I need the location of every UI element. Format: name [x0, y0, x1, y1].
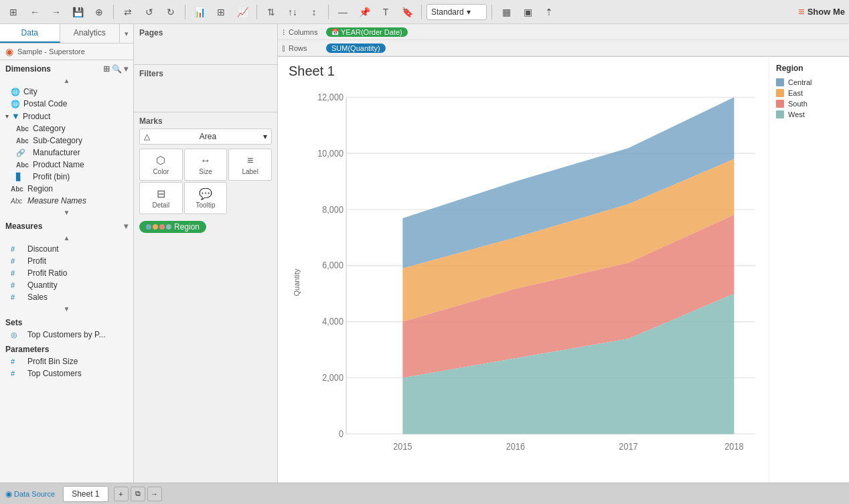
rows-icon: ⫿ [282, 44, 286, 53]
region-pill[interactable]: Region [139, 221, 206, 233]
home-icon[interactable]: ⊞ [4, 3, 23, 21]
sidebar-item-category[interactable]: Abc Category [0, 122, 133, 135]
rows-label: ⫿ Rows [282, 44, 322, 53]
sort2-icon[interactable]: ↕ [305, 3, 323, 21]
region-label: Region [27, 184, 53, 193]
undo-icon[interactable]: ↺ [140, 3, 159, 21]
layout-icon[interactable]: ▣ [518, 3, 537, 21]
columns-pill[interactable]: 📅 YEAR(Order Date) [326, 27, 408, 37]
hash2-icon: # [11, 257, 24, 265]
dot3 [159, 224, 165, 230]
sidebar-item-topcustomers-param[interactable]: # Top Customers [0, 367, 133, 380]
detail-button[interactable]: ⊟ Detail [139, 182, 183, 214]
rows-pill-label: SUM(Quantity) [331, 44, 380, 52]
y-axis-label: Quantity [293, 268, 301, 296]
measures-scroll-up[interactable]: ▲ [0, 232, 133, 243]
sidebar-item-region[interactable]: Abc Region [0, 183, 133, 195]
scroll-down-btn[interactable]: ▼ [0, 207, 133, 218]
sidebar-item-quantity[interactable]: # Quantity [0, 279, 133, 291]
sort1-icon[interactable]: ↑↓ [283, 3, 302, 21]
label-button[interactable]: ≡ Label [228, 149, 272, 181]
swap2-icon[interactable]: ⇅ [262, 3, 281, 21]
size-label: Size [199, 168, 212, 175]
marks-label: Marks [139, 116, 272, 126]
svg-text:8,000: 8,000 [322, 204, 343, 215]
sidebar-item-postalcode[interactable]: 🌐 Postal Code [0, 98, 133, 110]
collapse-icon[interactable]: ▾ [124, 64, 128, 74]
abc4-icon: Abc [11, 185, 24, 193]
forward-icon[interactable]: → [47, 3, 66, 21]
show-me-button[interactable]: ≡ Show Me [798, 6, 845, 18]
category-label: Category [33, 124, 66, 133]
sidebar-item-profitbin[interactable]: ▊ Profit (bin) [0, 171, 133, 183]
data-source-item[interactable]: ◉ Sample - Superstore [0, 44, 133, 60]
product-group-header[interactable]: ▾ ▼ Product [0, 110, 133, 122]
sidebar-item-topcustomers[interactable]: ◎ Top Customers by P... [0, 329, 133, 341]
sidebar-tab-menu[interactable]: ▾ [120, 24, 133, 43]
toolbar: ⊞ ← → 💾 ⊕ ⇄ ↺ ↻ 📊 ⊞ 📈 ⇅ ↑↓ ↕ — 📌 T 🔖 Sta… [0, 0, 849, 24]
share-icon[interactable]: ⇡ [540, 3, 558, 21]
chart-body: Sheet 1 Quantity 12,00 [278, 57, 769, 483]
sep1 [113, 5, 114, 19]
add-datasource-icon[interactable]: ⊕ [90, 3, 108, 21]
sidebar-item-profitratio[interactable]: # Profit Ratio [0, 267, 133, 279]
param-hash-icon: # [11, 357, 24, 365]
redo-icon[interactable]: ↻ [161, 3, 180, 21]
svg-text:12,000: 12,000 [318, 92, 343, 102]
chart-icon[interactable]: 📊 [190, 3, 209, 21]
legend-label-west: West [788, 110, 805, 118]
tab-data[interactable]: Data [0, 24, 60, 43]
back-icon[interactable]: ← [25, 3, 44, 21]
calendar-icon: 📅 [331, 29, 339, 35]
size-button[interactable]: ↔ Size [184, 149, 228, 181]
pin-icon[interactable]: 📌 [355, 3, 374, 21]
hash5-icon: # [11, 293, 24, 301]
left-sidebar: Data Analytics ▾ ◉ Sample - Superstore D… [0, 24, 134, 483]
sidebar-item-measurenames[interactable]: Abc Measure Names [0, 195, 133, 207]
columns-icon: ⫶ [282, 27, 286, 37]
rows-pill[interactable]: SUM(Quantity) [326, 44, 386, 53]
tab-analytics[interactable]: Analytics [60, 24, 121, 43]
pages-drop-zone[interactable] [139, 40, 272, 60]
region-dots [146, 224, 171, 230]
tooltip-icon: 💬 [199, 187, 212, 200]
save-icon[interactable]: 💾 [68, 3, 87, 21]
color-button[interactable]: ⬡ Color [139, 149, 183, 181]
scroll-up-btn[interactable]: ▲ [0, 75, 133, 86]
sidebar-item-profitbinsize[interactable]: # Profit Bin Size [0, 355, 133, 367]
measures-collapse-icon[interactable]: ▾ [124, 222, 128, 231]
measures-scroll-down[interactable]: ▼ [0, 303, 133, 314]
annotation-icon[interactable]: 🔖 [398, 3, 416, 21]
swap-icon[interactable]: ⇄ [119, 3, 137, 21]
sidebar-item-discount[interactable]: # Discount [0, 243, 133, 255]
sidebar-item-subcategory[interactable]: Abc Sub-Category [0, 135, 133, 147]
chart-svg: 12,000 10,000 8,000 6,000 4,000 2,000 0 … [318, 82, 755, 456]
chart-main: Sheet 1 Quantity 12,00 [278, 57, 849, 483]
grid-view-icon[interactable]: ⊞ [103, 64, 110, 74]
line-icon[interactable]: — [333, 3, 352, 21]
sidebar-item-city[interactable]: 🌐 City [0, 86, 133, 98]
table-icon[interactable]: ⊞ [212, 3, 230, 21]
sidebar-item-manufacturer[interactable]: 🔗 Manufacturer [0, 147, 133, 159]
label-icon: ≡ [247, 155, 253, 167]
text-icon[interactable]: T [376, 3, 395, 21]
sidebar-item-profit[interactable]: # Profit [0, 255, 133, 267]
sidebar-item-sales[interactable]: # Sales [0, 291, 133, 303]
legend-color-east [776, 89, 784, 97]
size-icon: ↔ [200, 155, 211, 167]
sidebar-tabs: Data Analytics ▾ [0, 24, 133, 44]
pages-label: Pages [139, 28, 272, 37]
search-icon[interactable]: 🔍 [112, 64, 122, 74]
chart-title: Sheet 1 [289, 64, 758, 79]
marks-type-dropdown[interactable]: △ Area ▾ [139, 129, 272, 145]
center-panel: Pages Filters Marks △ Area ▾ ⬡ Color ↔ [134, 24, 278, 483]
detail-icon: ⊟ [157, 187, 165, 200]
analytics-icon[interactable]: 📈 [233, 3, 252, 21]
bars-icon[interactable]: ▦ [497, 3, 516, 21]
marks-section: Marks △ Area ▾ ⬡ Color ↔ Size ≡ Label [134, 112, 277, 240]
sidebar-item-productname[interactable]: Abc Product Name [0, 159, 133, 171]
tooltip-button[interactable]: 💬 Tooltip [184, 182, 228, 214]
sidebar-scroll-area: Dimensions ⊞ 🔍 ▾ ▲ 🌐 City 🌐 Postal Code … [0, 60, 133, 483]
standard-dropdown[interactable]: Standard ▾ [427, 4, 487, 20]
filters-drop-zone[interactable] [139, 81, 272, 108]
